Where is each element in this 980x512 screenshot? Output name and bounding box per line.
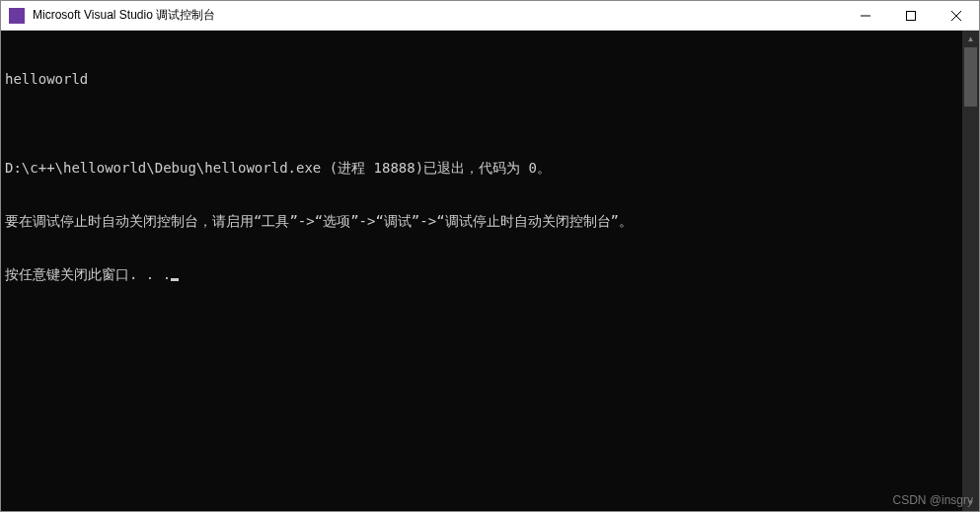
scrollbar-thumb[interactable]	[964, 47, 977, 107]
close-button[interactable]	[934, 1, 979, 30]
watermark: CSDN @insgry	[892, 493, 973, 507]
close-icon	[951, 11, 961, 21]
titlebar: Microsoft Visual Studio 调试控制台	[1, 1, 979, 31]
window-title: Microsoft Visual Studio 调试控制台	[33, 7, 215, 24]
vertical-scrollbar[interactable]: ▲ ▼	[962, 31, 979, 511]
window-controls	[843, 1, 979, 30]
scrollbar-track[interactable]	[962, 47, 979, 494]
console-line: 要在调试停止时自动关闭控制台，请启用“工具”->“选项”->“调试”->“调试停…	[5, 212, 958, 230]
console-area: helloworld D:\c++\helloworld\Debug\hello…	[1, 31, 979, 511]
console-line: 按任意键关闭此窗口. . .	[5, 265, 958, 283]
console-window: Microsoft Visual Studio 调试控制台 helloworld…	[0, 0, 980, 512]
cursor	[171, 278, 179, 281]
console-output[interactable]: helloworld D:\c++\helloworld\Debug\hello…	[1, 31, 962, 511]
maximize-icon	[906, 11, 916, 21]
minimize-icon	[861, 11, 870, 21]
scroll-up-button[interactable]: ▲	[962, 31, 979, 47]
console-line: D:\c++\helloworld\Debug\helloworld.exe (…	[5, 159, 958, 177]
console-line: helloworld	[5, 70, 958, 88]
minimize-button[interactable]	[843, 1, 888, 30]
app-icon	[9, 8, 25, 24]
maximize-button[interactable]	[888, 1, 934, 30]
svg-rect-1	[907, 11, 916, 20]
